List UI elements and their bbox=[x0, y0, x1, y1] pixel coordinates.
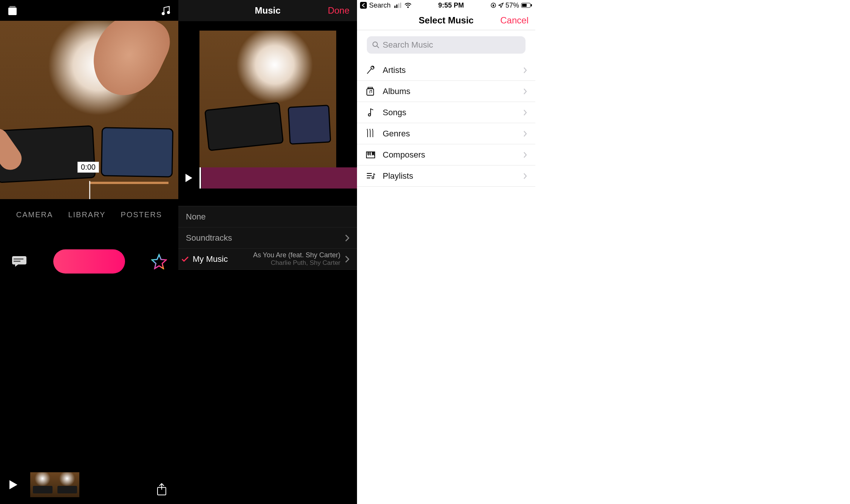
tab-posters[interactable]: POSTERS bbox=[121, 210, 162, 219]
piano-icon bbox=[363, 151, 378, 159]
row-label: None bbox=[186, 212, 349, 222]
svg-point-18 bbox=[373, 42, 377, 46]
svg-point-3 bbox=[167, 11, 170, 14]
search-icon bbox=[372, 41, 380, 49]
song-artist: Charlie Puth, Shy Carter bbox=[253, 259, 340, 267]
music-row-mymusic[interactable]: My Music As You Are (feat. Shy Carter) C… bbox=[178, 249, 357, 270]
battery-icon bbox=[521, 3, 532, 8]
svg-rect-4 bbox=[12, 256, 26, 264]
lock-orient-icon bbox=[490, 2, 496, 8]
svg-rect-16 bbox=[522, 4, 527, 7]
current-song: As You Are (feat. Shy Carter) Charlie Pu… bbox=[253, 251, 340, 267]
music-header: Music Done bbox=[178, 0, 357, 21]
music-category-list: Artists Albums Songs Genres bbox=[357, 60, 535, 187]
time-badge: 0:00 bbox=[77, 162, 99, 173]
chevron-right-icon bbox=[523, 67, 527, 74]
cancel-button[interactable]: Cancel bbox=[500, 15, 529, 26]
chevron-right-icon bbox=[345, 234, 349, 242]
row-label: My Music bbox=[193, 254, 253, 264]
music-icon[interactable] bbox=[161, 5, 172, 16]
list-item-playlists[interactable]: Playlists bbox=[357, 165, 535, 187]
tab-library[interactable]: LIBRARY bbox=[68, 210, 105, 219]
music-source-list: None Soundtracks My Music As You Are (fe… bbox=[178, 206, 357, 270]
playlist-icon bbox=[363, 172, 378, 180]
select-music-panel: Search 9:55 PM 57% Select Music Cancel bbox=[357, 0, 535, 504]
svg-rect-11 bbox=[398, 3, 399, 8]
svg-point-20 bbox=[372, 66, 374, 68]
chevron-right-icon bbox=[523, 173, 527, 179]
caption-icon[interactable] bbox=[11, 255, 27, 267]
location-icon bbox=[498, 3, 504, 8]
svg-rect-5 bbox=[14, 258, 23, 260]
page-title: Music bbox=[255, 5, 280, 16]
share-icon[interactable] bbox=[156, 483, 167, 496]
svg-rect-25 bbox=[369, 152, 371, 155]
list-item-artists[interactable]: Artists bbox=[357, 60, 535, 81]
clip-thumbnails[interactable] bbox=[30, 472, 79, 497]
playhead[interactable] bbox=[89, 181, 90, 199]
list-label: Genres bbox=[383, 129, 523, 139]
select-music-header: Select Music Cancel bbox=[357, 11, 535, 30]
list-item-composers[interactable]: Composers bbox=[357, 144, 535, 165]
done-button[interactable]: Done bbox=[328, 5, 349, 16]
cellular-icon bbox=[394, 3, 402, 8]
timeline-bar bbox=[0, 465, 178, 504]
svg-rect-10 bbox=[396, 5, 397, 8]
list-label: Composers bbox=[383, 150, 523, 160]
list-item-songs[interactable]: Songs bbox=[357, 102, 535, 123]
clip-thumb[interactable] bbox=[30, 472, 55, 497]
chevron-right-icon bbox=[523, 152, 527, 158]
record-button[interactable] bbox=[53, 249, 125, 274]
chevron-right-icon bbox=[523, 88, 527, 95]
chevron-right-icon bbox=[523, 130, 527, 137]
source-tabs: CAMERA LIBRARY POSTERS bbox=[0, 199, 178, 230]
play-button[interactable] bbox=[178, 173, 199, 183]
list-label: Artists bbox=[383, 65, 523, 75]
play-button[interactable] bbox=[8, 479, 19, 490]
svg-rect-8 bbox=[360, 2, 367, 9]
editor-header bbox=[0, 0, 178, 21]
note-icon bbox=[363, 108, 378, 117]
list-label: Songs bbox=[383, 108, 523, 117]
wifi-icon bbox=[404, 3, 412, 8]
song-title: As You Are (feat. Shy Carter) bbox=[253, 251, 340, 260]
svg-rect-21 bbox=[367, 89, 374, 95]
svg-rect-24 bbox=[368, 152, 369, 155]
list-label: Playlists bbox=[383, 171, 523, 181]
svg-rect-6 bbox=[14, 261, 20, 262]
checkmark-icon bbox=[181, 256, 189, 263]
music-panel: Music Done None Soundtracks bbox=[178, 0, 357, 504]
clip-thumb[interactable] bbox=[55, 472, 79, 497]
svg-rect-0 bbox=[8, 8, 17, 15]
chevron-right-icon bbox=[345, 255, 349, 263]
music-row-soundtracks[interactable]: Soundtracks bbox=[178, 227, 357, 249]
list-label: Albums bbox=[383, 87, 523, 96]
video-preview[interactable]: 0:00 bbox=[0, 21, 178, 199]
back-to-app-icon[interactable] bbox=[360, 2, 367, 9]
page-title: Select Music bbox=[419, 15, 473, 26]
search-placeholder: Search Music bbox=[383, 40, 433, 50]
back-to-app-label[interactable]: Search bbox=[369, 2, 391, 9]
chevron-right-icon bbox=[523, 109, 527, 116]
svg-rect-22 bbox=[368, 87, 372, 88]
svg-rect-26 bbox=[372, 152, 374, 155]
music-row-none[interactable]: None bbox=[178, 206, 357, 227]
effects-star-icon[interactable] bbox=[151, 254, 167, 269]
audio-track[interactable] bbox=[201, 167, 357, 189]
tab-camera[interactable]: CAMERA bbox=[16, 210, 53, 219]
svg-rect-12 bbox=[400, 3, 401, 8]
svg-rect-14 bbox=[493, 5, 494, 6]
guitar-icon bbox=[363, 129, 378, 139]
status-bar: Search 9:55 PM 57% bbox=[357, 0, 535, 11]
svg-rect-17 bbox=[531, 4, 532, 6]
record-controls bbox=[0, 230, 178, 285]
video-preview[interactable] bbox=[199, 31, 336, 167]
microphone-icon bbox=[363, 65, 378, 75]
list-item-albums[interactable]: Albums bbox=[357, 81, 535, 102]
list-item-genres[interactable]: Genres bbox=[357, 123, 535, 144]
projects-icon[interactable] bbox=[7, 5, 18, 16]
clips-editor-panel: 0:00 CAMERA LIBRARY POSTERS bbox=[0, 0, 178, 504]
svg-rect-9 bbox=[394, 6, 396, 8]
search-input[interactable]: Search Music bbox=[367, 36, 525, 54]
mini-timeline bbox=[89, 182, 168, 184]
